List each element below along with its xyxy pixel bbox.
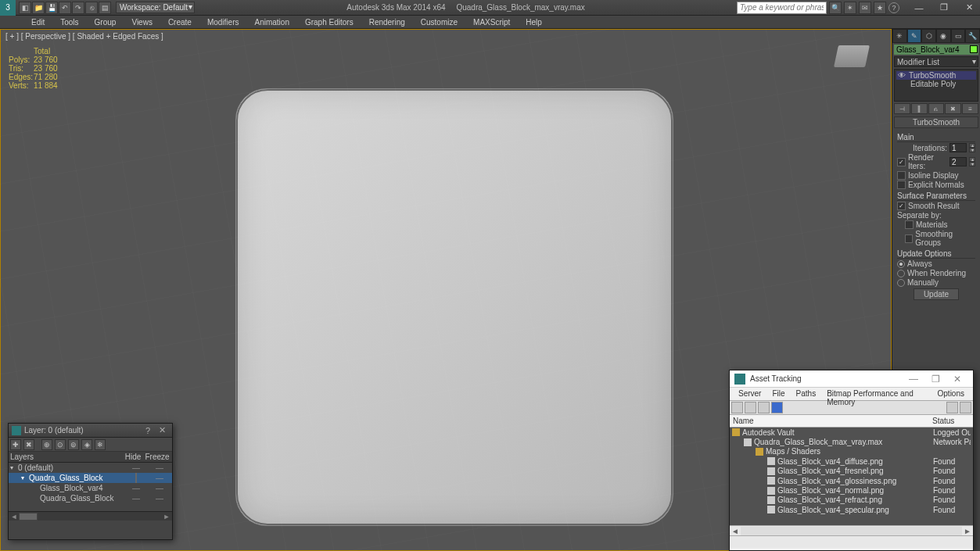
scroll-left-icon[interactable]: ◄ [9, 513, 19, 521]
qat-new-icon[interactable]: ◧ [19, 2, 31, 14]
viewport-model[interactable] [235, 88, 673, 526]
help-icon[interactable]: ? [888, 2, 899, 13]
layer-help-button[interactable]: ? [141, 426, 155, 435]
pin-stack-icon[interactable]: ⊣ [894, 103, 910, 114]
asset-view1-icon[interactable] [745, 402, 756, 413]
layer-row[interactable]: Glass_Block_var4—— [9, 483, 172, 493]
menu-tools[interactable]: Tools [52, 16, 86, 28]
layer-row[interactable]: ▾0 (default)—— [9, 463, 172, 473]
modifier-list-dropdown[interactable]: Modifier List [894, 56, 978, 67]
asset-list[interactable]: Autodesk VaultLogged OutQuadra_Glass_Blo… [730, 428, 973, 525]
menu-views[interactable]: Views [124, 16, 160, 28]
stack-item-turbosmooth[interactable]: 👁TurboSmooth [896, 71, 976, 80]
menu-rendering[interactable]: Rendering [361, 16, 413, 28]
asset-close-button[interactable]: ✕ [946, 374, 968, 385]
object-name-field[interactable]: Glass_Block_var4 [894, 45, 978, 55]
update-button[interactable]: Update [914, 288, 959, 300]
layer-row[interactable]: Quadra_Glass_Block—— [9, 493, 172, 503]
smoothing-groups-checkbox[interactable] [905, 234, 913, 243]
asset-row[interactable]: Glass_Block_var4_glossiness.pngFound [730, 476, 973, 485]
isoline-checkbox[interactable] [897, 171, 906, 180]
menu-maxscript[interactable]: MAXScript [465, 16, 518, 28]
menu-grapheditors[interactable]: Graph Editors [297, 16, 361, 28]
qat-save-icon[interactable]: 💾 [45, 2, 58, 14]
asset-view2-icon[interactable] [758, 402, 770, 413]
asset-maximize-button[interactable]: ❐ [924, 374, 946, 385]
asset-help-icon[interactable] [960, 402, 971, 413]
search-icon[interactable]: 🔍 [829, 2, 842, 14]
render-iters-checkbox[interactable] [897, 158, 906, 166]
workspace-selector[interactable]: Workspace: Default [116, 2, 195, 13]
col-freeze[interactable]: Freeze [144, 453, 171, 461]
search-input[interactable] [737, 2, 827, 14]
hide-unhide-icon[interactable]: ◈ [81, 439, 92, 450]
asset-menu-paths[interactable]: Paths [791, 388, 822, 400]
freeze-unfreeze-icon[interactable]: ❄ [95, 439, 106, 450]
asset-row[interactable]: Autodesk VaultLogged Out [730, 428, 973, 437]
menu-animation[interactable]: Animation [246, 16, 296, 28]
asset-dialog-titlebar[interactable]: Asset Tracking — ❐ ✕ [730, 370, 973, 388]
layer-close-button[interactable]: ✕ [155, 425, 169, 435]
asset-menu-bitmap[interactable]: Bitmap Performance and Memory [821, 388, 932, 400]
favorite-icon[interactable]: ★ [874, 2, 886, 14]
render-iters-spinner[interactable]: 2 [949, 157, 967, 166]
eye-icon[interactable]: 👁 [898, 71, 906, 80]
layer-list[interactable]: ▾0 (default)——▾Quadra_Glass_Block—Glass_… [9, 463, 172, 511]
viewcube-icon[interactable] [834, 45, 870, 67]
maximize-button[interactable]: ❐ [935, 2, 953, 14]
asset-menu-options[interactable]: Options [932, 388, 970, 400]
asset-scroll-left-icon[interactable]: ◄ [730, 527, 741, 535]
minimize-button[interactable]: — [910, 2, 928, 14]
asset-row[interactable]: Glass_Block_var4_specular.pngFound [730, 505, 973, 514]
tab-display-icon[interactable]: ▭ [951, 29, 966, 43]
qat-link-icon[interactable]: ⎋ [85, 2, 98, 14]
configure-sets-icon[interactable]: ≡ [962, 103, 978, 114]
qat-open-icon[interactable]: 📁 [32, 2, 45, 14]
asset-scroll-track[interactable] [741, 527, 962, 535]
layer-dialog[interactable]: Layer: 0 (default) ? ✕ ✚ ✖ ⊕ ⊙ ⊚ ◈ ❄ Lay… [8, 423, 173, 540]
materials-checkbox[interactable] [905, 220, 914, 229]
asset-row[interactable]: Glass_Block_var4_refract.pngFound [730, 496, 973, 505]
app-icon[interactable]: 3 [0, 0, 16, 16]
stack-item-editable-poly[interactable]: Editable Poly [896, 80, 976, 88]
menu-create[interactable]: Create [160, 16, 199, 28]
col-hide[interactable]: Hide [122, 453, 144, 461]
comm-center-icon[interactable]: ✶ [844, 2, 856, 14]
tab-hierarchy-icon[interactable]: ⬡ [921, 29, 936, 43]
asset-row[interactable]: Glass_Block_var4_normal.pngFound [730, 485, 973, 495]
asset-settings-icon[interactable] [946, 402, 958, 413]
asset-view3-icon[interactable] [771, 402, 783, 413]
asset-minimize-button[interactable]: — [903, 374, 924, 385]
new-layer-icon[interactable]: ✚ [10, 439, 21, 450]
subscribe-icon[interactable]: ✉ [859, 2, 871, 14]
asset-row[interactable]: Quadra_Glass_Block_max_vray.maxNetwork P… [730, 437, 973, 446]
layer-row[interactable]: ▾Quadra_Glass_Block— [9, 473, 172, 483]
tab-modify-icon[interactable]: ✎ [907, 29, 922, 43]
smooth-result-checkbox[interactable] [897, 202, 906, 210]
qat-redo-icon[interactable]: ↷ [72, 2, 84, 14]
explicit-normals-checkbox[interactable] [897, 181, 906, 189]
update-rendering-radio[interactable] [897, 270, 905, 277]
remove-modifier-icon[interactable]: ✖ [945, 103, 961, 114]
modifier-stack[interactable]: 👁TurboSmooth Editable Poly [894, 69, 978, 102]
update-always-radio[interactable] [897, 260, 905, 268]
rollout-header[interactable]: TurboSmooth [894, 116, 978, 128]
iterations-spin-arrows[interactable]: ▴▾ [969, 143, 975, 152]
object-color-swatch[interactable] [970, 45, 978, 53]
qat-undo-icon[interactable]: ↶ [59, 2, 71, 14]
menu-modifiers[interactable]: Modifiers [199, 16, 247, 28]
menu-group[interactable]: Group [87, 16, 124, 28]
iterations-spinner[interactable]: 1 [949, 143, 967, 152]
qat-proj-icon[interactable]: ▤ [99, 2, 111, 14]
add-selected-icon[interactable]: ⊕ [41, 439, 52, 450]
asset-row[interactable]: Maps / Shaders [730, 447, 973, 456]
asset-row[interactable]: Glass_Block_var4_fresnel.pngFound [730, 467, 973, 476]
viewport-label[interactable]: [ + ] [ Perspective ] [ Shaded + Edged F… [5, 32, 163, 41]
menu-customize[interactable]: Customize [413, 16, 465, 28]
highlight-selected-icon[interactable]: ⊚ [68, 439, 79, 450]
menu-edit[interactable]: Edit [23, 16, 52, 28]
col-status[interactable]: Status [932, 417, 970, 425]
asset-menu-file[interactable]: File [766, 388, 790, 400]
asset-hscroll[interactable]: ◄ ► [730, 525, 973, 535]
render-iters-spin-arrows[interactable]: ▴▾ [969, 157, 975, 166]
